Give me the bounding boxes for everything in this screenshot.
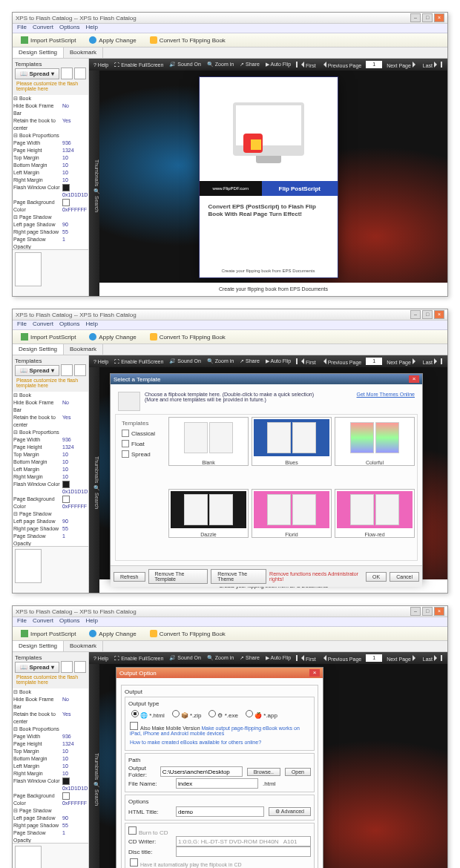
tree-row[interactable]: Top Margin10 <box>13 748 88 755</box>
tab-design[interactable]: Design Setting <box>13 47 64 58</box>
radio-zip[interactable]: 📦 *.zip <box>172 710 202 719</box>
tree-row[interactable]: Bottom Margin10 <box>13 162 88 169</box>
tree-row[interactable]: Retain the book to centerYes <box>13 414 88 429</box>
menu-convert[interactable]: Convert <box>33 24 53 33</box>
tree-row[interactable]: Hide Book Frame BarNo <box>13 696 88 711</box>
tree-row[interactable]: Hide Book Frame BarNo <box>13 102 88 117</box>
apply-button[interactable]: Apply Change <box>85 35 139 45</box>
close-button[interactable]: × <box>434 13 444 22</box>
cancel-button[interactable]: Cancel <box>390 572 419 582</box>
tree-row[interactable]: Page Shadow Opacity1 <box>13 236 88 249</box>
cat-classical[interactable]: Classical <box>119 428 164 438</box>
template-slot-1[interactable] <box>61 68 73 79</box>
property-tree[interactable]: ⊟ Book Hide Book Frame BarNo Retain the … <box>13 95 88 249</box>
tree-row[interactable]: Right Margin10 <box>13 770 88 777</box>
filename-input[interactable] <box>176 778 258 789</box>
tree-row[interactable]: Page Background Color0xFFFFFF <box>13 792 88 807</box>
mobile-checkbox[interactable] <box>130 722 138 730</box>
zoom-button[interactable]: 🔍 Zoom in <box>207 62 234 68</box>
autoflip-button[interactable]: ▶ Auto Flip <box>266 62 291 68</box>
page-input[interactable]: 1 <box>366 61 382 68</box>
template-dazzle[interactable]: Dazzle <box>168 489 249 538</box>
tree-row[interactable]: Page Width936 <box>13 436 88 444</box>
menu-options[interactable]: Options <box>59 24 80 33</box>
prev-page-button[interactable]: Previous Page <box>321 62 361 68</box>
tree-row[interactable]: Page Height1324 <box>13 740 88 748</box>
burn-cd-checkbox[interactable] <box>128 826 137 835</box>
menu-help[interactable]: Help <box>85 24 97 33</box>
template-slot-2[interactable] <box>74 68 86 79</box>
tree-row[interactable]: Top Margin10 <box>13 451 88 458</box>
tree-row[interactable]: ⊟ Page Shadow <box>13 807 88 815</box>
tree-row[interactable]: Page Height1324 <box>13 444 88 451</box>
tree-row[interactable]: Page Width936 <box>13 139 88 147</box>
tree-row[interactable]: ⊟ Book <box>13 392 88 399</box>
tree-row[interactable]: Left Margin10 <box>13 169 88 177</box>
tree-row[interactable]: Page Shadow Opacity1 <box>13 533 88 546</box>
tree-row[interactable]: ⊟ Book <box>13 95 88 102</box>
tree-row[interactable]: Page Width936 <box>13 733 88 740</box>
tree-row[interactable]: Left Margin10 <box>13 763 88 770</box>
cat-float[interactable]: Float <box>119 438 164 449</box>
convert-button[interactable]: Convert To Flipping Book <box>146 35 229 45</box>
tree-row[interactable]: ⊟ Page Shadow <box>13 510 88 518</box>
tree-row[interactable]: Right page Shadow55 <box>13 822 88 829</box>
template-blues[interactable]: Blues <box>252 417 332 466</box>
flipbook-page[interactable]: www.FlipPDF.comFlip PostScript Convert E… <box>199 76 338 278</box>
viewer-sidebar[interactable]: Thumbnails 🔍 Search <box>89 70 99 296</box>
tree-row[interactable]: Page Background Color0xFFFFFF <box>13 496 88 510</box>
cat-spread[interactable]: Spread <box>119 449 164 459</box>
tree-row[interactable]: Right Margin10 <box>13 177 88 184</box>
fullscreen-button[interactable]: ⛶ Enable FullScreen <box>114 62 163 68</box>
tree-row[interactable]: Bottom Margin10 <box>13 755 88 763</box>
remove-theme-button[interactable]: Remove The Theme <box>211 569 266 584</box>
template-colorful[interactable]: Colorful <box>335 417 415 466</box>
tree-row[interactable]: Retain the book to centerYes <box>13 711 88 726</box>
open-button[interactable]: Open <box>285 768 311 776</box>
tree-row[interactable]: Page Background Color0xFFFFFF <box>13 199 88 214</box>
tree-row[interactable]: Flash Window Color0x1D1D1D <box>13 481 88 496</box>
import-button[interactable]: Import PostScript <box>17 35 79 45</box>
tree-row[interactable]: Left page Shadow90 <box>13 221 88 228</box>
share-button[interactable]: ↗ Share <box>240 62 260 68</box>
min-button[interactable]: – <box>410 13 421 22</box>
tree-row[interactable]: ⊟ Book Proportions <box>13 132 88 139</box>
advanced-button[interactable]: ⚙ Advanced <box>269 807 311 816</box>
tree-row[interactable]: ⊟ Book Proportions <box>13 726 88 733</box>
tree-row[interactable]: Flash Window Color0x1D1D1D <box>13 184 88 199</box>
sound-button[interactable]: 🔊 Sound On <box>169 62 200 68</box>
html-title-input[interactable] <box>176 806 264 817</box>
tab-bookmark[interactable]: Bookmark <box>64 47 103 58</box>
help-button[interactable]: ? Help <box>93 62 108 68</box>
max-button[interactable]: □ <box>422 13 433 22</box>
output-close-button[interactable]: × <box>309 669 320 677</box>
tree-row[interactable]: ⊟ Page Shadow <box>13 214 88 221</box>
radio-html[interactable]: 🌐 *.html <box>131 710 165 719</box>
first-page-button[interactable]: First <box>295 62 316 68</box>
tree-row[interactable]: Left Margin10 <box>13 466 88 473</box>
template-flow-red[interactable]: Flow-red <box>335 489 415 538</box>
next-page-button[interactable]: Next Page <box>387 62 418 68</box>
tree-row[interactable]: Flash Window Color0x1D1D1D <box>13 777 88 792</box>
menu-file[interactable]: File <box>17 24 27 33</box>
tree-row[interactable]: Left page Shadow90 <box>13 815 88 822</box>
remove-template-button[interactable]: Remove The Template <box>148 569 208 584</box>
tree-row[interactable]: ⊟ Book Proportions <box>13 429 88 436</box>
tree-row[interactable]: Hide Book Frame BarNo <box>13 399 88 414</box>
tree-row[interactable]: Retain the book to centerYes <box>13 117 88 132</box>
spread-button[interactable]: 📖 Spread ▾ <box>15 68 59 79</box>
dialog-close-button[interactable]: × <box>409 375 419 383</box>
ok-button[interactable]: OK <box>366 572 387 582</box>
tree-row[interactable]: Right page Shadow55 <box>13 525 88 533</box>
radio-app[interactable]: 🍎 *.app <box>246 710 277 719</box>
tree-row[interactable]: Top Margin10 <box>13 154 88 162</box>
template-florid[interactable]: Florid <box>252 489 332 538</box>
browse-button[interactable]: Browse.. <box>247 768 280 776</box>
page-thumbnail[interactable] <box>15 252 42 286</box>
radio-exe[interactable]: ⚙ *.exe <box>208 710 237 719</box>
last-page-button[interactable]: Last <box>423 62 443 68</box>
howto-link[interactable]: How to make created eBooks available for… <box>130 740 261 745</box>
tree-row[interactable]: Bottom Margin10 <box>13 458 88 466</box>
tree-row[interactable]: Right Margin10 <box>13 473 88 481</box>
more-themes-link[interactable]: Get More Themes Online <box>357 392 415 411</box>
